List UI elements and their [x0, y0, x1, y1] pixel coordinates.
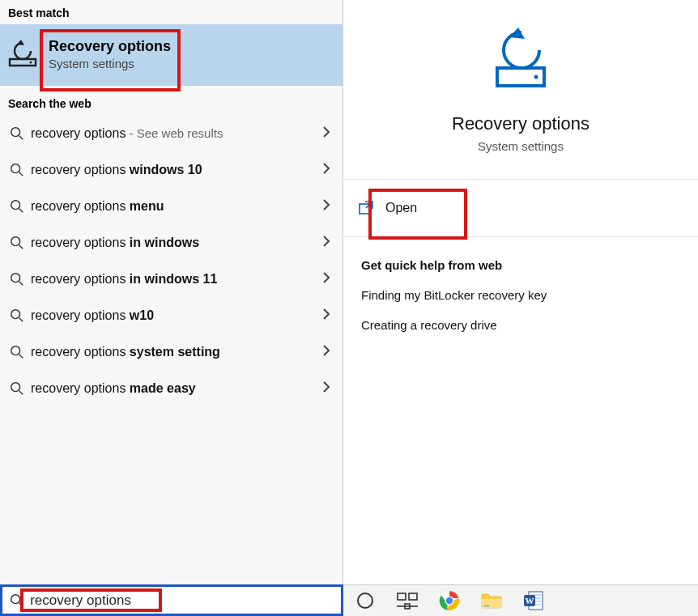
- best-match-header: Best match: [0, 0, 343, 24]
- svg-point-3: [11, 164, 20, 172]
- chevron-right-icon: [322, 344, 331, 360]
- svg-point-15: [11, 382, 20, 391]
- search-input[interactable]: [30, 593, 336, 609]
- svg-line-4: [19, 172, 23, 176]
- chevron-right-icon: [322, 380, 331, 397]
- web-suggestion-label: recovery options made easy: [31, 381, 322, 396]
- svg-text:W: W: [526, 596, 534, 605]
- chevron-right-icon: [322, 308, 331, 324]
- file-explorer-icon[interactable]: [479, 588, 504, 613]
- details-subtitle: System settings: [478, 139, 564, 153]
- svg-rect-24: [409, 593, 417, 600]
- task-view-icon[interactable]: [395, 588, 419, 613]
- web-suggestion-label: recovery options in windows 11: [31, 272, 322, 287]
- chrome-icon[interactable]: [437, 588, 462, 613]
- web-suggestion-item[interactable]: recovery options w10: [0, 297, 343, 333]
- search-icon: [6, 308, 28, 323]
- search-icon: [6, 163, 28, 177]
- svg-rect-23: [398, 593, 406, 600]
- search-icon: [6, 126, 28, 141]
- chevron-right-icon: [322, 162, 331, 178]
- search-results-panel: Best match Recovery options System setti…: [0, 0, 343, 616]
- web-suggestion-list: recovery options - See web resultsrecove…: [0, 115, 343, 406]
- recovery-icon: [5, 40, 40, 69]
- svg-point-0: [30, 62, 32, 64]
- quick-help-header: Get quick help from web: [361, 258, 680, 272]
- web-suggestion-item[interactable]: recovery options - See web results: [0, 115, 343, 151]
- web-suggestion-label: recovery options windows 10: [31, 163, 322, 177]
- chevron-right-icon: [322, 125, 331, 142]
- details-panel: Recovery options System settings Open Ge…: [343, 0, 698, 616]
- search-icon: [6, 345, 28, 359]
- svg-line-6: [19, 208, 23, 212]
- open-label: Open: [385, 201, 417, 215]
- search-icon: [6, 199, 28, 214]
- svg-rect-30: [482, 599, 501, 608]
- best-match-item[interactable]: Recovery options System settings: [0, 24, 343, 86]
- search-icon: [7, 593, 27, 608]
- svg-line-10: [19, 281, 23, 285]
- word-icon[interactable]: W: [521, 588, 546, 613]
- svg-point-1: [11, 127, 20, 136]
- search-web-header: Search the web: [0, 86, 343, 115]
- web-suggestion-label: recovery options w10: [31, 308, 322, 323]
- svg-point-17: [11, 594, 20, 603]
- svg-point-5: [11, 200, 20, 209]
- svg-line-12: [19, 317, 23, 321]
- svg-point-29: [446, 597, 453, 604]
- web-suggestion-label: recovery options menu: [31, 199, 322, 214]
- web-suggestion-item[interactable]: recovery options made easy: [0, 370, 343, 406]
- quick-help-link[interactable]: Finding my BitLocker recovery key: [361, 288, 680, 302]
- recovery-hero-icon: [484, 23, 557, 99]
- quick-help-link[interactable]: Creating a recovery drive: [361, 318, 680, 332]
- best-match-title: Recovery options: [49, 38, 171, 55]
- open-button[interactable]: Open: [343, 180, 698, 236]
- svg-point-13: [11, 346, 20, 355]
- taskbar: W: [343, 584, 698, 616]
- open-external-icon: [358, 200, 374, 216]
- chevron-right-icon: [322, 235, 331, 251]
- svg-point-7: [11, 236, 20, 245]
- svg-point-22: [358, 593, 372, 608]
- svg-line-14: [19, 354, 23, 358]
- search-bar[interactable]: [0, 584, 343, 616]
- svg-rect-31: [483, 605, 489, 606]
- web-suggestion-item[interactable]: recovery options windows 10: [0, 151, 343, 188]
- best-match-subtitle: System settings: [49, 57, 171, 70]
- svg-point-19: [534, 75, 538, 79]
- svg-line-8: [19, 244, 23, 249]
- svg-line-16: [19, 390, 23, 394]
- web-suggestion-item[interactable]: recovery options menu: [0, 188, 343, 224]
- search-icon: [6, 381, 28, 396]
- chevron-right-icon: [322, 198, 331, 215]
- web-suggestion-item[interactable]: recovery options in windows 11: [0, 261, 343, 297]
- chevron-right-icon: [322, 271, 331, 287]
- svg-point-9: [11, 273, 20, 282]
- cortana-icon[interactable]: [353, 588, 377, 613]
- search-icon: [6, 272, 28, 287]
- details-title: Recovery options: [452, 113, 589, 134]
- svg-point-11: [11, 309, 20, 318]
- svg-line-18: [19, 602, 23, 606]
- web-suggestion-label: recovery options - See web results: [31, 126, 322, 141]
- search-icon: [6, 236, 28, 250]
- web-suggestion-label: recovery options system setting: [31, 345, 322, 359]
- web-suggestion-item[interactable]: recovery options in windows: [0, 224, 343, 261]
- web-suggestion-label: recovery options in windows: [31, 236, 322, 250]
- svg-line-2: [19, 135, 23, 139]
- web-suggestion-item[interactable]: recovery options system setting: [0, 333, 343, 370]
